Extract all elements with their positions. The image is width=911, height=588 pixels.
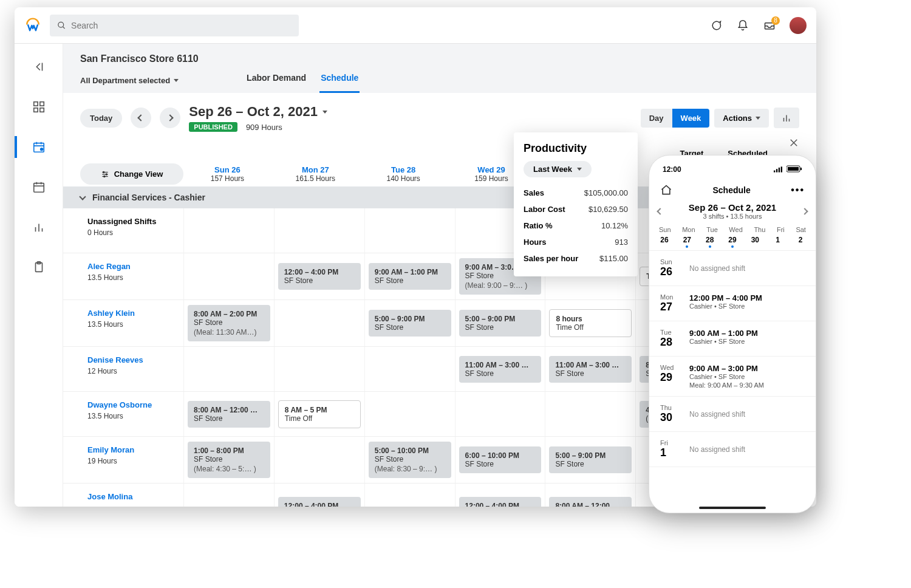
home-icon[interactable] xyxy=(660,184,672,196)
schedule-cell[interactable]: 9:00 AM – 1:00 PMSF Store xyxy=(364,253,455,299)
schedule-cell[interactable] xyxy=(183,347,274,391)
chart-toggle-button[interactable] xyxy=(774,108,799,128)
search-input[interactable] xyxy=(71,21,292,30)
mobile-date[interactable]: 1 xyxy=(773,236,783,244)
shift-block[interactable]: 9:00 AM – 1:00 PMSF Store xyxy=(369,263,451,290)
shift-block[interactable]: 5:00 – 10:00 PMSF Store(Meal: 8:30 – 9:…… xyxy=(369,442,451,478)
schedule-cell[interactable] xyxy=(364,347,455,391)
timeoff-block[interactable]: 8 hoursTime Off xyxy=(549,309,632,337)
shift-block[interactable]: 8:00 AM – 12:00 …SF Store xyxy=(188,401,270,428)
more-icon[interactable]: ••• xyxy=(791,185,805,196)
shift-block[interactable]: 11:00 AM – 3:00 …SF Store xyxy=(459,356,542,383)
shift-block[interactable]: 5:00 – 9:00 PMSF Store xyxy=(459,310,542,337)
timeoff-block[interactable]: 8 AM – 5 PMTime Off xyxy=(278,400,361,428)
shift-block[interactable]: 12:00 – 4:00 PM xyxy=(459,497,542,507)
popover-range-select[interactable]: Last Week xyxy=(524,161,592,177)
department-select[interactable]: All Department selected xyxy=(80,76,179,85)
view-day-button[interactable]: Day xyxy=(641,109,672,128)
mobile-day-row[interactable]: Mon2712:00 PM – 4:00 PMCashier • SF Stor… xyxy=(649,286,816,321)
worker-name[interactable]: Alec Regan xyxy=(87,262,177,271)
mobile-day-row[interactable]: Tue289:00 AM – 1:00 PMCashier • SF Store xyxy=(649,321,816,357)
worker-name[interactable]: Ashley Klein xyxy=(87,309,177,318)
schedule-cell[interactable]: 12:00 – 4:00 PM xyxy=(455,484,545,507)
schedule-cell[interactable]: 5:00 – 9:00 PMSF Store xyxy=(545,437,635,483)
worker-name[interactable]: Dwayne Osborne xyxy=(87,400,177,409)
mobile-date[interactable]: 28 xyxy=(705,236,715,244)
nav-calendar-icon[interactable] xyxy=(27,175,51,199)
schedule-cell[interactable]: 5:00 – 9:00 PMSF Store xyxy=(364,300,455,346)
schedule-cell[interactable] xyxy=(455,392,545,436)
schedule-cell[interactable]: 11:00 AM – 3:00 …SF Store xyxy=(455,347,545,391)
shift-block[interactable]: 5:00 – 9:00 PMSF Store xyxy=(369,310,451,337)
tab-schedule[interactable]: Schedule xyxy=(319,68,360,93)
user-avatar[interactable] xyxy=(790,17,807,34)
schedule-cell[interactable]: 6:00 – 10:00 PMSF Store xyxy=(455,437,545,483)
prev-week-button[interactable] xyxy=(131,108,151,128)
mobile-prev-button[interactable] xyxy=(657,208,663,214)
shift-block[interactable]: 8:00 AM – 12:00 … xyxy=(549,497,632,507)
mobile-date[interactable]: 30 xyxy=(749,236,760,244)
chat-icon[interactable] xyxy=(709,19,723,32)
schedule-cell[interactable]: 12:00 – 4:00 PMSF Store xyxy=(274,253,364,299)
schedule-cell[interactable] xyxy=(183,484,274,507)
shift-block[interactable]: 8:00 AM – 2:00 PMSF Store(Meal: 11:30 AM… xyxy=(188,305,270,341)
tab-labor-demand[interactable]: Labor Demand xyxy=(245,68,307,93)
mobile-day-row[interactable]: Sun26No assigned shift xyxy=(649,251,816,286)
next-week-button[interactable] xyxy=(160,108,180,128)
schedule-cell[interactable]: 12:00 – 4:00 PM xyxy=(274,484,364,507)
nav-dashboard-icon[interactable] xyxy=(27,95,51,119)
day-header[interactable]: Sun 26157 Hours xyxy=(183,162,271,186)
nav-clipboard-icon[interactable] xyxy=(27,255,51,279)
mobile-date[interactable]: 27 xyxy=(681,236,692,244)
schedule-cell[interactable]: 8:00 AM – 12:00 … xyxy=(545,484,635,507)
schedule-cell[interactable]: 8:00 AM – 12:00 …SF Store xyxy=(183,392,274,436)
schedule-cell[interactable] xyxy=(364,392,455,436)
search-field[interactable] xyxy=(50,15,299,36)
schedule-cell[interactable]: 8 AM – 5 PMTime Off xyxy=(274,392,364,436)
schedule-cell[interactable] xyxy=(364,484,455,507)
nav-collapse-icon[interactable] xyxy=(27,55,51,79)
bell-icon[interactable] xyxy=(736,19,749,32)
mobile-date[interactable]: 2 xyxy=(795,236,806,244)
worker-name[interactable]: Emily Moran xyxy=(87,445,177,454)
schedule-cell[interactable] xyxy=(274,300,364,346)
schedule-cell[interactable]: 8:00 AM – 2:00 PMSF Store(Meal: 11:30 AM… xyxy=(183,300,274,346)
schedule-cell[interactable]: 5:00 – 10:00 PMSF Store(Meal: 8:30 – 9:…… xyxy=(364,437,455,483)
metric-row: Ratio %10.12% xyxy=(524,217,628,234)
day-header[interactable]: Tue 28140 Hours xyxy=(360,162,448,186)
schedule-cell[interactable] xyxy=(274,437,364,483)
close-panel-button[interactable] xyxy=(788,137,799,151)
inbox-icon[interactable]: 8 xyxy=(763,19,776,32)
view-week-button[interactable]: Week xyxy=(672,109,710,128)
worker-name[interactable]: Denise Reeves xyxy=(87,355,177,364)
schedule-cell[interactable]: 1:00 – 8:00 PMSF Store(Meal: 4:30 – 5:… … xyxy=(183,437,274,483)
actions-button[interactable]: Actions xyxy=(714,109,769,128)
shift-block[interactable]: 1:00 – 8:00 PMSF Store(Meal: 4:30 – 5:… … xyxy=(188,442,270,478)
change-view-button[interactable]: Change View xyxy=(80,163,183,185)
today-button[interactable]: Today xyxy=(80,109,122,128)
shift-block[interactable]: 6:00 – 10:00 PMSF Store xyxy=(459,446,542,473)
schedule-cell[interactable] xyxy=(274,347,364,391)
mobile-date[interactable]: 26 xyxy=(659,236,670,244)
mobile-date[interactable]: 29 xyxy=(727,236,738,244)
schedule-cell[interactable]: 11:00 AM – 3:00 …SF Store xyxy=(545,347,635,391)
mobile-day-row[interactable]: Thu30No assigned shift xyxy=(649,397,816,432)
date-range[interactable]: Sep 26 – Oct 2, 2021 xyxy=(189,104,327,120)
schedule-cell[interactable]: 8 hoursTime Off xyxy=(545,300,635,346)
shift-block[interactable]: 12:00 – 4:00 PM xyxy=(278,497,361,507)
shift-block[interactable]: 12:00 – 4:00 PMSF Store xyxy=(278,263,361,290)
day-header[interactable]: Mon 27161.5 Hours xyxy=(271,162,360,186)
popover-title: Productivity xyxy=(524,142,628,155)
mobile-day-row[interactable]: Wed299:00 AM – 3:00 PMCashier • SF Store… xyxy=(649,357,816,397)
mobile-day-row[interactable]: Fri1No assigned shift xyxy=(649,432,816,467)
nav-analytics-icon[interactable] xyxy=(27,215,51,239)
nav-schedule-icon[interactable] xyxy=(27,135,51,159)
schedule-cell[interactable] xyxy=(183,253,274,299)
shift-block[interactable]: 5:00 – 9:00 PMSF Store xyxy=(549,446,632,473)
worker-name[interactable]: Jose Molina xyxy=(87,492,177,501)
workday-logo[interactable] xyxy=(24,17,41,34)
mobile-next-button[interactable] xyxy=(801,208,808,214)
schedule-cell[interactable]: 5:00 – 9:00 PMSF Store xyxy=(455,300,545,346)
shift-block[interactable]: 11:00 AM – 3:00 …SF Store xyxy=(549,356,632,383)
schedule-cell[interactable] xyxy=(545,392,635,436)
